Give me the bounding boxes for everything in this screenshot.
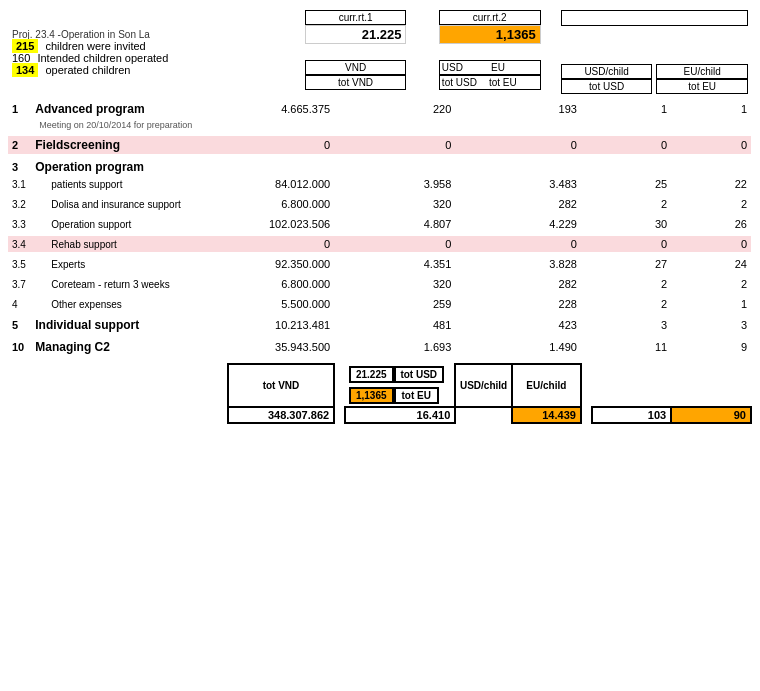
row-5-id: 5 [8, 316, 31, 334]
row-5-vnd: 10.213.481 [228, 316, 334, 334]
row-3-3-usd: 4.807 [345, 216, 456, 232]
operated-count: 134 [12, 63, 38, 77]
row-1-label: Advanced program [31, 100, 228, 118]
row-3-2-label: Dolisa and insurance support [31, 196, 228, 212]
row-1-vnd: 4.665.375 [228, 100, 334, 118]
tot-usd-value: 16.410 [345, 407, 456, 423]
row-4: 4 Other expenses 5.500.000 259 228 2 1 [8, 296, 751, 312]
curr-rt2-label: curr.rt.2 [439, 10, 541, 25]
row-5-usd: 481 [345, 316, 456, 334]
intended-label: Intended children operated [37, 52, 168, 64]
row-5-usd-child: 3 [592, 316, 672, 334]
tot-eu-child-value: 90 [671, 407, 751, 423]
row-3-4-id: 3.4 [8, 236, 31, 252]
row-2-eu-child: 0 [671, 136, 751, 154]
row-3-5-eu: 3.828 [512, 256, 581, 272]
row-3-1-eu-child: 22 [671, 176, 751, 192]
row-5: 5 Individual support 10.213.481 481 423 … [8, 316, 751, 334]
row-3-7-id: 3.7 [8, 276, 31, 292]
curr-rt1-value: 21.225 [305, 25, 407, 44]
row-1-usd: 220 [345, 100, 456, 118]
tot-usd-label: tot USD [394, 366, 444, 383]
row-4-id: 4 [8, 296, 31, 312]
row-4-eu: 228 [512, 296, 581, 312]
row-3-2-eu-child: 2 [671, 196, 751, 212]
row-2: 2 Fieldscreening 0 0 0 0 0 [8, 136, 751, 154]
usd-child-total-label: USD/child [455, 364, 512, 407]
row-5-eu: 423 [512, 316, 581, 334]
vnd-header: VND [305, 60, 407, 75]
curr-rt1-label: curr.rt.1 [305, 10, 407, 25]
totals-label-row: tot VND 21.225 tot USD 1,1365 tot EU USD… [8, 364, 751, 407]
totals-value-row: 348.307.862 16.410 14.439 103 90 [8, 407, 751, 423]
row-2-vnd: 0 [228, 136, 334, 154]
row-3-2-usd: 320 [345, 196, 456, 212]
row-10-eu: 1.490 [512, 338, 581, 356]
row-3-5: 3.5 Experts 92.350.000 4.351 3.828 27 24 [8, 256, 751, 272]
row-3-1-id: 3.1 [8, 176, 31, 192]
row-3-7-usd-child: 2 [592, 276, 672, 292]
row-2-label: Fieldscreening [31, 136, 228, 154]
row-3-3: 3.3 Operation support 102.023.506 4.807 … [8, 216, 751, 232]
row-4-label: Other expenses [31, 296, 228, 312]
row-3-4-usd: 0 [345, 236, 456, 252]
row-1-sub: Meeting on 20/10/2014 for preparation [8, 118, 751, 132]
row-1: 1 Advanced program 4.665.375 220 193 1 1 [8, 100, 751, 118]
usd-child-header: USD/child [561, 64, 653, 79]
row-2-id: 2 [8, 136, 31, 154]
row-3-4-usd-child: 0 [592, 236, 672, 252]
row-3-3-id: 3.3 [8, 216, 31, 232]
row-5-eu-child: 3 [671, 316, 751, 334]
row-3-header: 3 Operation program [8, 158, 751, 176]
row-3-2-id: 3.2 [8, 196, 31, 212]
row-3-3-usd-child: 30 [592, 216, 672, 232]
row-3-5-usd-child: 27 [592, 256, 672, 272]
main-container: Proj. 23.4 -Operation in Son La 215 chil… [0, 0, 760, 432]
row-3-2: 3.2 Dolisa and insurance support 6.800.0… [8, 196, 751, 212]
row-3-1-usd-child: 25 [592, 176, 672, 192]
row-3-4-eu: 0 [512, 236, 581, 252]
row-3-1: 3.1 patients support 84.012.000 3.958 3.… [8, 176, 751, 192]
row-1-eu: 193 [512, 100, 581, 118]
row-2-eu: 0 [512, 136, 581, 154]
usd-header: USD [442, 62, 463, 73]
invited-label: children were invited [45, 40, 145, 52]
row-3-4-label: Rehab support [31, 236, 228, 252]
invited-count: 215 [12, 39, 38, 53]
row-2-usd-child: 0 [592, 136, 672, 154]
row-10-usd: 1.693 [345, 338, 456, 356]
tot-eu-header: tot EU [489, 77, 517, 88]
row-1-eu-child: 1 [671, 100, 751, 118]
row-3-7-usd: 320 [345, 276, 456, 292]
tot-vnd-label: tot VND [228, 364, 334, 407]
row-3-2-eu: 282 [512, 196, 581, 212]
row-3-2-usd-child: 2 [592, 196, 672, 212]
eu-child-header: EU/child [656, 64, 748, 79]
tot-eu-value: 14.439 [512, 407, 581, 423]
row-4-usd: 259 [345, 296, 456, 312]
row-10-eu-child: 9 [671, 338, 751, 356]
row-3-7-eu-child: 2 [671, 276, 751, 292]
row-1-usd-child: 1 [592, 100, 672, 118]
row-3-4-eu-child: 0 [671, 236, 751, 252]
row-1-id: 1 [8, 100, 31, 118]
eu-header: EU [491, 62, 505, 73]
row-10-label: Managing C2 [31, 338, 228, 356]
row-3-7-eu: 282 [512, 276, 581, 292]
row-4-vnd: 5.500.000 [228, 296, 334, 312]
row-3-1-label: patients support [31, 176, 228, 192]
row-3-7-vnd: 6.800.000 [228, 276, 334, 292]
tot-vnd-value: 348.307.862 [228, 407, 334, 423]
curr-rt1-total: 21.225 [349, 366, 394, 383]
tot-usd-header: tot USD [442, 77, 477, 88]
row-3-4: 3.4 Rehab support 0 0 0 0 0 [8, 236, 751, 252]
row-3-5-id: 3.5 [8, 256, 31, 272]
row-3-1-usd: 3.958 [345, 176, 456, 192]
row-4-eu-child: 1 [671, 296, 751, 312]
row-10-id: 10 [8, 338, 31, 356]
row-3-3-eu-child: 26 [671, 216, 751, 232]
row-3-5-eu-child: 24 [671, 256, 751, 272]
row-3-label: Operation program [31, 158, 228, 176]
row-3-3-label: Operation support [31, 216, 228, 232]
tot-eu-label: tot EU [394, 387, 439, 404]
